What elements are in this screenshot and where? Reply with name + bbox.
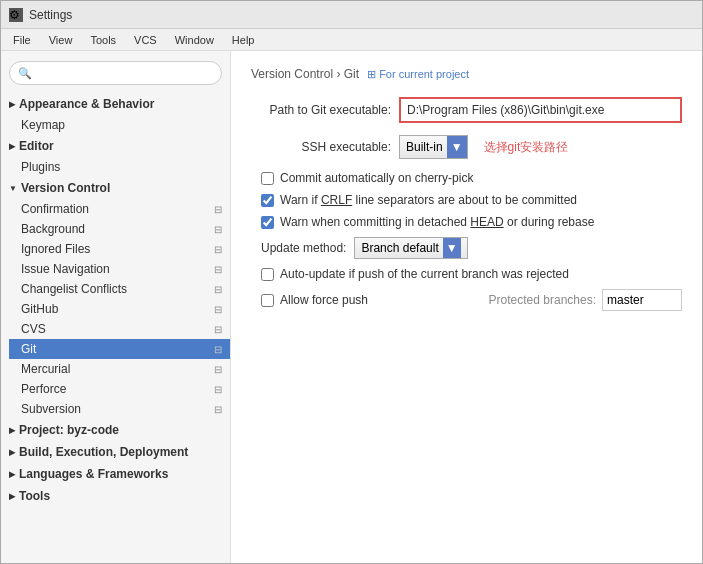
crlf-row: Warn if CRLF line separators are about t… — [251, 193, 682, 207]
breadcrumb-git: Git — [344, 67, 359, 81]
sidebar-item-changelist-conflicts[interactable]: Changelist Conflicts ⊟ — [9, 279, 230, 299]
sidebar-item-version-control[interactable]: Version Control — [1, 177, 230, 199]
main-panel: Version Control › Git ⊞ For current proj… — [231, 51, 702, 563]
sidebar-item-label: Languages & Frameworks — [19, 467, 168, 481]
sidebar-item-label: Tools — [19, 489, 50, 503]
sidebar-item-background[interactable]: Background ⊟ — [9, 219, 230, 239]
update-dropdown-arrow[interactable]: ▼ — [443, 238, 461, 258]
search-box[interactable]: 🔍 — [9, 61, 222, 85]
ssh-label: SSH executable: — [251, 140, 391, 154]
breadcrumb-version-control: Version Control — [251, 67, 333, 81]
menu-tools[interactable]: Tools — [82, 32, 124, 48]
ssh-row: SSH executable: Built-in ▼ 选择git安装路径 — [251, 135, 682, 159]
menu-file[interactable]: File — [5, 32, 39, 48]
sidebar-item-build[interactable]: Build, Execution, Deployment — [1, 441, 230, 463]
sidebar-item-git[interactable]: Git ⊟ — [9, 339, 230, 359]
sidebar-item-tools[interactable]: Tools — [1, 485, 230, 507]
ssh-dropdown-arrow[interactable]: ▼ — [447, 136, 467, 158]
crlf-underline: CRLF — [321, 193, 352, 207]
ssh-hint: 选择git安装路径 — [484, 139, 569, 156]
head-row: Warn when committing in detached HEAD or… — [251, 215, 682, 229]
protected-branches-input[interactable] — [602, 289, 682, 311]
config-icon: ⊟ — [214, 404, 222, 415]
git-path-label: Path to Git executable: — [251, 103, 391, 117]
menu-help[interactable]: Help — [224, 32, 263, 48]
menu-view[interactable]: View — [41, 32, 81, 48]
update-method-row: Update method: Branch default ▼ — [251, 237, 682, 259]
search-icon: 🔍 — [18, 67, 32, 80]
main-content: 🔍 Appearance & Behavior Keymap Editor Pl… — [1, 51, 702, 563]
cherry-pick-row: Commit automatically on cherry-pick — [251, 171, 682, 185]
config-icon: ⊟ — [214, 204, 222, 215]
head-checkbox[interactable] — [261, 216, 274, 229]
sidebar-item-project[interactable]: Project: byz-code — [1, 419, 230, 441]
sidebar: 🔍 Appearance & Behavior Keymap Editor Pl… — [1, 51, 231, 563]
config-icon: ⊟ — [214, 344, 222, 355]
sidebar-item-editor[interactable]: Editor — [1, 135, 230, 157]
sidebar-item-cvs[interactable]: CVS ⊟ — [9, 319, 230, 339]
sidebar-item-languages[interactable]: Languages & Frameworks — [1, 463, 230, 485]
sidebar-item-keymap[interactable]: Keymap — [1, 115, 230, 135]
sidebar-item-github[interactable]: GitHub ⊟ — [9, 299, 230, 319]
sidebar-item-confirmation[interactable]: Confirmation ⊟ — [9, 199, 230, 219]
config-icon: ⊟ — [214, 324, 222, 335]
menu-vcs[interactable]: VCS — [126, 32, 165, 48]
config-icon: ⊟ — [214, 384, 222, 395]
config-icon: ⊟ — [214, 264, 222, 275]
force-push-label: Allow force push — [280, 293, 368, 307]
version-control-children: Confirmation ⊟ Background ⊟ Ignored File… — [1, 199, 230, 419]
auto-update-row: Auto-update if push of the current branc… — [251, 267, 682, 281]
git-path-row: Path to Git executable: — [251, 97, 682, 123]
git-path-input[interactable] — [399, 97, 682, 123]
sidebar-item-plugins[interactable]: Plugins — [1, 157, 230, 177]
sidebar-item-ignored-files[interactable]: Ignored Files ⊟ — [9, 239, 230, 259]
window-icon: ⚙ — [9, 8, 23, 22]
config-icon: ⊟ — [214, 304, 222, 315]
project-link[interactable]: ⊞ For current project — [367, 68, 469, 81]
cherry-pick-checkbox[interactable] — [261, 172, 274, 185]
update-method-label: Update method: — [261, 241, 346, 255]
sidebar-item-appearance[interactable]: Appearance & Behavior — [1, 93, 230, 115]
config-icon: ⊟ — [214, 284, 222, 295]
crlf-checkbox[interactable] — [261, 194, 274, 207]
window-title: Settings — [29, 8, 72, 22]
update-select: Branch default ▼ — [354, 237, 467, 259]
sidebar-item-label: Project: byz-code — [19, 423, 119, 437]
ssh-dropdown[interactable]: Built-in ▼ — [399, 135, 468, 159]
force-push-row: Allow force push Protected branches: — [251, 289, 682, 311]
sidebar-item-perforce[interactable]: Perforce ⊟ — [9, 379, 230, 399]
protected-branches-label: Protected branches: — [489, 293, 596, 307]
ssh-select: Built-in ▼ — [399, 135, 468, 159]
menu-bar: File View Tools VCS Window Help — [1, 29, 702, 51]
settings-window: ⚙ Settings File View Tools VCS Window He… — [0, 0, 703, 564]
auto-update-checkbox[interactable] — [261, 268, 274, 281]
search-input[interactable] — [36, 67, 213, 79]
sidebar-item-label: Appearance & Behavior — [19, 97, 154, 111]
sidebar-item-subversion[interactable]: Subversion ⊟ — [9, 399, 230, 419]
config-icon: ⊟ — [214, 244, 222, 255]
title-bar: ⚙ Settings — [1, 1, 702, 29]
menu-window[interactable]: Window — [167, 32, 222, 48]
force-push-checkbox[interactable] — [261, 294, 274, 307]
auto-update-label: Auto-update if push of the current branc… — [280, 267, 569, 281]
sidebar-item-label: Build, Execution, Deployment — [19, 445, 188, 459]
head-underline: HEAD — [470, 215, 503, 229]
breadcrumb: Version Control › Git — [251, 67, 359, 81]
sidebar-item-label: Version Control — [21, 181, 110, 195]
sidebar-item-label: Editor — [19, 139, 54, 153]
update-method-value: Branch default — [361, 241, 438, 255]
config-icon: ⊟ — [214, 364, 222, 375]
crlf-label: Warn if CRLF line separators are about t… — [280, 193, 577, 207]
ssh-value: Built-in — [406, 140, 443, 154]
breadcrumb-separator: › — [336, 67, 343, 81]
sidebar-item-mercurial[interactable]: Mercurial ⊟ — [9, 359, 230, 379]
cherry-pick-label: Commit automatically on cherry-pick — [280, 171, 473, 185]
head-label: Warn when committing in detached HEAD or… — [280, 215, 594, 229]
update-method-dropdown[interactable]: Branch default ▼ — [354, 237, 467, 259]
config-icon: ⊟ — [214, 224, 222, 235]
sidebar-item-issue-navigation[interactable]: Issue Navigation ⊟ — [9, 259, 230, 279]
panel-header: Version Control › Git ⊞ For current proj… — [251, 67, 682, 81]
